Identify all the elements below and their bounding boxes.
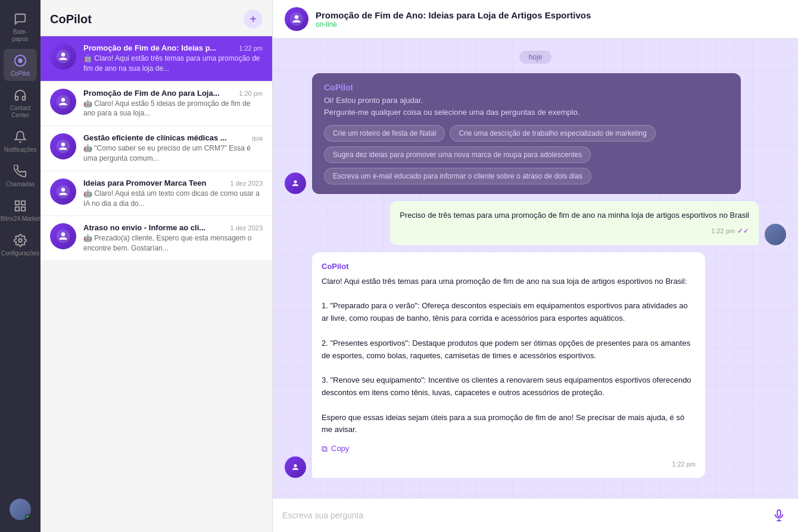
sidebar-item-label: Bate-papos bbox=[6, 29, 35, 43]
sidebar-item-copilot[interactable]: CoPilot bbox=[4, 49, 37, 81]
sidebar-item-configuracoes[interactable]: Configurações bbox=[4, 229, 37, 261]
svg-rect-3 bbox=[21, 201, 25, 205]
chat-name-row: Promoção de Fim de Ano para Loja... 1:20… bbox=[83, 89, 263, 98]
welcome-message-row: CoPilot Oi! Estou pronto para ajudar.Per… bbox=[285, 73, 786, 194]
main-chat: Promoção de Fim de Ano: Ideias para Loja… bbox=[273, 0, 798, 532]
list-item[interactable]: Promoção de Fim de Ano para Loja... 1:20… bbox=[40, 82, 272, 127]
chat-avatar bbox=[50, 223, 76, 249]
add-chat-button[interactable]: + bbox=[244, 10, 263, 29]
copy-label: Copy bbox=[331, 443, 349, 455]
chat-list-panel: CoPilot + Promoção de Fim de Ano: Ideias… bbox=[40, 0, 273, 532]
input-area bbox=[273, 498, 798, 532]
bot-name: CoPilot bbox=[322, 261, 696, 273]
chip-2[interactable]: Crie uma descrição de trabalho especiali… bbox=[450, 125, 656, 142]
copy-button[interactable]: ⧉ Copy bbox=[322, 442, 349, 455]
chat-header-info: Promoção de Fim de Ano: Ideias para Loja… bbox=[316, 10, 786, 29]
chat-time: 1 dez 2023 bbox=[230, 180, 263, 187]
chip-3[interactable]: Sugira dez ideias para promover uma nova… bbox=[324, 146, 591, 163]
chat-avatar bbox=[50, 179, 76, 205]
list-item[interactable]: Ideias para Promover Marca Teen 1 dez 20… bbox=[40, 171, 272, 217]
chat-name: Gestão eficiente de clínicas médicas ... bbox=[83, 133, 227, 142]
phone-icon bbox=[13, 164, 27, 179]
user-message-meta: 1:22 pm ✓✓ bbox=[400, 226, 749, 237]
bot-message-row: CoPilot Claro! Aqui estão três temas par… bbox=[285, 252, 786, 478]
message-input[interactable] bbox=[282, 511, 763, 520]
user-message-bubble: Preciso de três temas para uma promoção … bbox=[390, 201, 759, 245]
sidebar-item-label: Notificações bbox=[4, 146, 36, 154]
chat-name: Promoção de Fim de Ano: Ideias p... bbox=[83, 43, 216, 52]
copilot-intro: Oi! Estou pronto para ajudar.Pergunte-me… bbox=[324, 95, 729, 118]
chat-name: Atraso no envio - Informe ao cli... bbox=[83, 223, 205, 232]
date-divider: hoje bbox=[285, 51, 786, 64]
bot-avatar bbox=[285, 173, 306, 194]
copilot-welcome-bubble: CoPilot Oi! Estou pronto para ajudar.Per… bbox=[312, 73, 741, 194]
chat-header-title: Promoção de Fim de Ano: Ideias para Loja… bbox=[316, 10, 786, 20]
list-item[interactable]: Gestão eficiente de clínicas médicas ...… bbox=[40, 126, 272, 171]
chat-header-avatar bbox=[285, 7, 308, 31]
chat-content: Ideias para Promover Marca Teen 1 dez 20… bbox=[83, 179, 263, 209]
sidebar-item-label: Configurações bbox=[1, 250, 39, 257]
chat-name: Promoção de Fim de Ano para Loja... bbox=[83, 89, 220, 98]
user-message-text: Preciso de três temas para uma promoção … bbox=[400, 211, 749, 220]
sidebar-item-label: CoPilot bbox=[11, 70, 30, 77]
mic-button[interactable] bbox=[769, 506, 788, 525]
chat-preview: 🤖 Prezado(a) cliente, Espero que esta me… bbox=[83, 233, 263, 254]
icon-sidebar-top: Bate-papos CoPilot Contact Center bbox=[4, 7, 37, 496]
bell-icon bbox=[13, 130, 27, 144]
svg-point-6 bbox=[18, 239, 22, 242]
chat-preview: 🤖 Claro! Aqui está um texto com dicas de… bbox=[83, 189, 263, 209]
bot-response-avatar bbox=[285, 456, 306, 478]
sidebar-item-label: Bitrix24.Market bbox=[1, 215, 40, 223]
online-indicator bbox=[25, 514, 31, 520]
chat-preview: 🤖 "Como saber se eu preciso de um CRM?" … bbox=[83, 143, 263, 164]
svg-rect-2 bbox=[15, 201, 19, 205]
bot-message-meta: 1:22 pm bbox=[322, 459, 696, 470]
sidebar-item-market[interactable]: Bitrix24.Market bbox=[4, 194, 37, 226]
chat-time: qua bbox=[252, 134, 263, 142]
gear-icon bbox=[13, 233, 27, 248]
sidebar-item-label: Contact Center bbox=[6, 105, 35, 119]
bot-message-time: 1:22 pm bbox=[672, 459, 696, 470]
bot-response-text: Claro! Aqui estão três temas para uma pr… bbox=[322, 276, 696, 436]
chat-content: Atraso no envio - Informe ao cli... 1 de… bbox=[83, 223, 263, 254]
chat-name-row: Gestão eficiente de clínicas médicas ...… bbox=[83, 133, 263, 142]
list-item[interactable]: Promoção de Fim de Ano: Ideias p... 1:22… bbox=[40, 36, 272, 82]
sidebar-item-bate-papos[interactable]: Bate-papos bbox=[4, 7, 37, 46]
chat-list-header: CoPilot + bbox=[40, 0, 272, 36]
chat-avatar bbox=[50, 89, 76, 115]
svg-rect-13 bbox=[777, 510, 781, 517]
chat-preview: 🤖 Claro! Aqui estão 5 ideias de promoção… bbox=[83, 99, 263, 119]
chat-time: 1:22 pm bbox=[239, 45, 263, 52]
chat-icon bbox=[13, 12, 27, 26]
chat-preview: 🤖 Claro! Aqui estão três temas para uma … bbox=[83, 54, 263, 74]
sidebar-item-notificacoes[interactable]: Notificações bbox=[4, 125, 37, 157]
icon-sidebar: Bate-papos CoPilot Contact Center bbox=[0, 0, 40, 532]
sidebar-item-label: Chamadas bbox=[6, 181, 35, 188]
chat-name-row: Promoção de Fim de Ano: Ideias p... 1:22… bbox=[83, 43, 263, 52]
bot-response-bubble: CoPilot Claro! Aqui estão três temas par… bbox=[312, 252, 705, 478]
chat-name-row: Ideias para Promover Marca Teen 1 dez 20… bbox=[83, 179, 263, 187]
chat-time: 1 dez 2023 bbox=[230, 224, 263, 231]
sidebar-item-contact-center[interactable]: Contact Center bbox=[4, 83, 37, 123]
chat-content: Promoção de Fim de Ano: Ideias p... 1:22… bbox=[83, 43, 263, 74]
copilot-sender: CoPilot bbox=[324, 83, 729, 92]
svg-rect-4 bbox=[21, 207, 25, 211]
chat-content: Promoção de Fim de Ano para Loja... 1:20… bbox=[83, 89, 263, 119]
date-badge: hoje bbox=[519, 51, 552, 64]
chat-header-status: on-line bbox=[316, 20, 786, 29]
sidebar-item-chamadas[interactable]: Chamadas bbox=[4, 159, 37, 192]
copilot-icon bbox=[13, 54, 27, 68]
user-avatar bbox=[765, 224, 786, 245]
avatar[interactable] bbox=[10, 499, 31, 520]
copy-icon: ⧉ bbox=[322, 442, 328, 455]
chip-1[interactable]: Crie um roteiro de festa de Natal bbox=[324, 125, 445, 142]
chip-4[interactable]: Escreva um e-mail educado para informar … bbox=[324, 168, 591, 184]
chat-content: Gestão eficiente de clínicas médicas ...… bbox=[83, 133, 263, 164]
chat-name: Ideias para Promover Marca Teen bbox=[83, 179, 206, 187]
user-message-time: 1:22 pm bbox=[711, 226, 735, 237]
chat-list-title: CoPilot bbox=[50, 12, 92, 26]
list-item[interactable]: Atraso no envio - Informe ao cli... 1 de… bbox=[40, 216, 272, 261]
chat-time: 1:20 pm bbox=[239, 90, 263, 97]
chat-avatar bbox=[50, 133, 76, 159]
suggestion-chips: Crie um roteiro de festa de Natal Crie u… bbox=[324, 125, 729, 184]
